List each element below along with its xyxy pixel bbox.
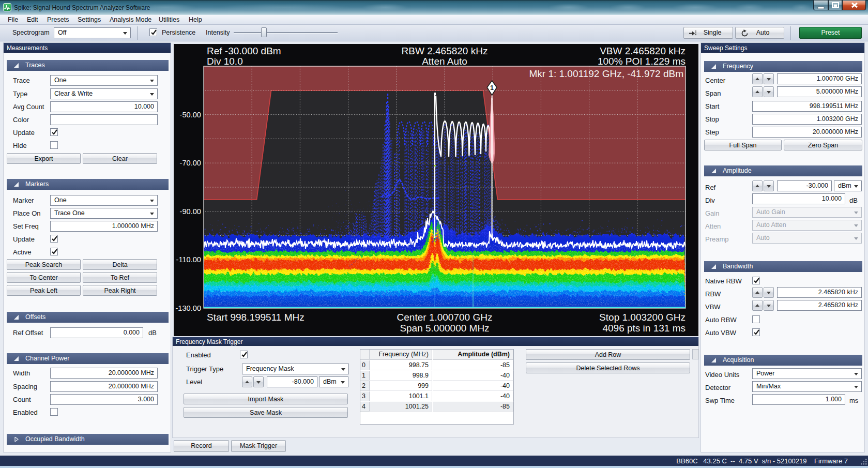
svg-text:-110.00: -110.00	[176, 255, 201, 264]
svg-text:RBW 2.465820 kHz: RBW 2.465820 kHz	[402, 46, 488, 56]
svg-text:100% POI 1.229 ms: 100% POI 1.229 ms	[598, 56, 686, 67]
svg-text:Div 10.0: Div 10.0	[207, 56, 243, 67]
svg-text:Start 998.199511 MHz: Start 998.199511 MHz	[207, 312, 304, 323]
svg-text:Ref -30.000 dBm: Ref -30.000 dBm	[207, 46, 281, 56]
svg-text:-50.00: -50.00	[180, 111, 201, 119]
svg-text:Center 1.000700 GHz: Center 1.000700 GHz	[397, 312, 493, 323]
svg-text:-70.00: -70.00	[180, 159, 201, 167]
svg-text:4096 pts in 131 ms: 4096 pts in 131 ms	[602, 323, 686, 334]
svg-text:Mkr 1: 1.001192 GHz, -41.972 d: Mkr 1: 1.001192 GHz, -41.972 dBm	[529, 68, 683, 79]
svg-text:1: 1	[490, 84, 494, 92]
svg-text:Span 5.000000 MHz: Span 5.000000 MHz	[400, 323, 489, 334]
svg-text:Stop 1.003200 GHz: Stop 1.003200 GHz	[599, 312, 686, 323]
svg-text:-130.00: -130.00	[176, 304, 202, 312]
svg-text:-90.00: -90.00	[180, 207, 201, 216]
svg-text:Atten Auto: Atten Auto	[422, 56, 467, 67]
svg-text:VBW 2.465820 kHz: VBW 2.465820 kHz	[600, 46, 686, 56]
